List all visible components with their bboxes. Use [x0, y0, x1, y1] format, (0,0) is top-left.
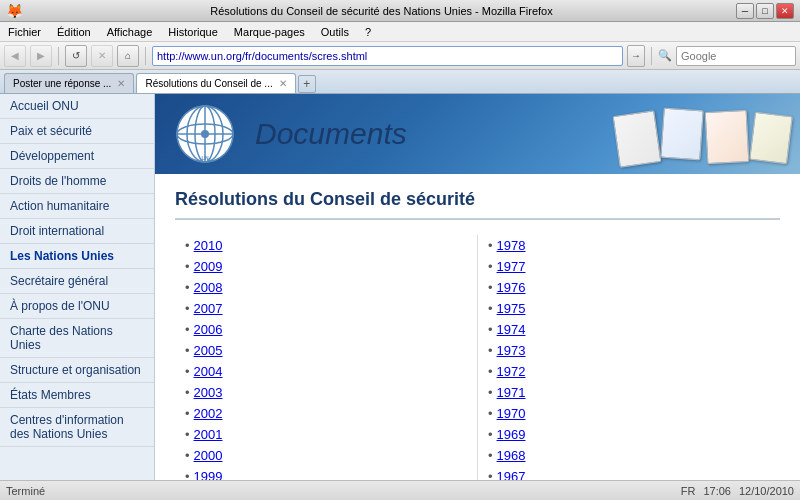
- list-item: •1973: [488, 340, 770, 361]
- list-item: •2002: [185, 403, 467, 424]
- page-title: Résolutions du Conseil de sécurité: [175, 189, 780, 220]
- list-item: •1968: [488, 445, 770, 466]
- list-item: •1971: [488, 382, 770, 403]
- year-link-2010[interactable]: 2010: [194, 238, 223, 253]
- sidebar-item-etats[interactable]: États Membres: [0, 383, 154, 408]
- list-item: •1969: [488, 424, 770, 445]
- year-link-1968[interactable]: 1968: [497, 448, 526, 463]
- list-item: •2003: [185, 382, 467, 403]
- list-item: •2010: [185, 235, 467, 256]
- list-item: •1999: [185, 466, 467, 480]
- list-item: •1976: [488, 277, 770, 298]
- tab-bar: Poster une réponse ... ✕ Résolutions du …: [0, 70, 800, 94]
- status-bar: Terminé FR 17:06 12/10/2010: [0, 480, 800, 500]
- list-item: •1975: [488, 298, 770, 319]
- year-link-2009[interactable]: 2009: [194, 259, 223, 274]
- minimize-button[interactable]: ─: [736, 3, 754, 19]
- year-link-1970[interactable]: 1970: [497, 406, 526, 421]
- year-link-2000[interactable]: 2000: [194, 448, 223, 463]
- sidebar-item-structure[interactable]: Structure et organisation: [0, 358, 154, 383]
- year-link-1975[interactable]: 1975: [497, 301, 526, 316]
- status-lang: FR: [681, 485, 696, 497]
- menu-item-outils[interactable]: Outils: [317, 25, 353, 39]
- year-link-1973[interactable]: 1973: [497, 343, 526, 358]
- years-column-left: •2010 •2009 •2008 •2007 •2006 •2005 •200…: [175, 235, 478, 480]
- year-link-1978[interactable]: 1978: [497, 238, 526, 253]
- year-link-2005[interactable]: 2005: [194, 343, 223, 358]
- menu-item-fichier[interactable]: Fichier: [4, 25, 45, 39]
- year-link-2008[interactable]: 2008: [194, 280, 223, 295]
- address-go-button[interactable]: →: [627, 45, 645, 67]
- sidebar-item-nations[interactable]: Les Nations Unies: [0, 244, 154, 269]
- search-input[interactable]: [676, 46, 796, 66]
- status-date: 12/10/2010: [739, 485, 794, 497]
- year-link-1972[interactable]: 1972: [497, 364, 526, 379]
- year-link-1999[interactable]: 1999: [194, 469, 223, 480]
- tab-0[interactable]: Poster une réponse ... ✕: [4, 73, 134, 93]
- year-link-2002[interactable]: 2002: [194, 406, 223, 421]
- years-grid: •2010 •2009 •2008 •2007 •2006 •2005 •200…: [175, 235, 780, 480]
- year-link-2004[interactable]: 2004: [194, 364, 223, 379]
- year-link-2006[interactable]: 2006: [194, 322, 223, 337]
- svg-point-7: [201, 130, 209, 138]
- menu-item-historique[interactable]: Historique: [164, 25, 222, 39]
- address-input[interactable]: [152, 46, 623, 66]
- tab-1-label: Résolutions du Conseil de ...: [145, 78, 272, 89]
- header-title: Documents: [255, 117, 407, 151]
- sidebar-item-accueil[interactable]: Accueil ONU: [0, 94, 154, 119]
- doc-card-3: [705, 109, 750, 163]
- year-link-1967[interactable]: 1967: [497, 469, 526, 480]
- sidebar-item-charte[interactable]: Charte des Nations Unies: [0, 319, 154, 358]
- menu-item-édition[interactable]: Édition: [53, 25, 95, 39]
- years-column-right: •1978 •1977 •1976 •1975 •1974 •1973 •197…: [478, 235, 780, 480]
- list-item: •2004: [185, 361, 467, 382]
- year-link-1974[interactable]: 1974: [497, 322, 526, 337]
- year-link-2001[interactable]: 2001: [194, 427, 223, 442]
- list-item: •1974: [488, 319, 770, 340]
- status-time: 17:06: [703, 485, 731, 497]
- toolbar-separator-3: [651, 47, 652, 65]
- sidebar-item-paix[interactable]: Paix et sécurité: [0, 119, 154, 144]
- search-engine-label: 🔍: [658, 49, 672, 62]
- year-link-1976[interactable]: 1976: [497, 280, 526, 295]
- tab-0-close[interactable]: ✕: [117, 78, 125, 89]
- tab-1-close[interactable]: ✕: [279, 78, 287, 89]
- list-item: •2001: [185, 424, 467, 445]
- sidebar-item-sec[interactable]: Secrétaire général: [0, 269, 154, 294]
- menu-item-marque-pages[interactable]: Marque-pages: [230, 25, 309, 39]
- menu-bar: FichierÉditionAffichageHistoriqueMarque-…: [0, 22, 800, 42]
- svg-text:UN: UN: [201, 155, 209, 161]
- forward-button[interactable]: ▶: [30, 45, 52, 67]
- home-button[interactable]: ⌂: [117, 45, 139, 67]
- content-area: UN Documents Résolutions du Conseil de s…: [155, 94, 800, 480]
- window-controls: ─ □ ✕: [736, 3, 794, 19]
- sidebar-item-action[interactable]: Action humanitaire: [0, 194, 154, 219]
- stop-button[interactable]: ✕: [91, 45, 113, 67]
- list-item: •2006: [185, 319, 467, 340]
- doc-card-2: [660, 108, 703, 161]
- menu-item-affichage[interactable]: Affichage: [103, 25, 157, 39]
- title-bar: 🦊 Résolutions du Conseil de sécurité des…: [0, 0, 800, 22]
- year-link-2003[interactable]: 2003: [194, 385, 223, 400]
- sidebar-item-apropos[interactable]: À propos de l'ONU: [0, 294, 154, 319]
- firefox-icon: 🦊: [6, 3, 23, 19]
- menu-item-?[interactable]: ?: [361, 25, 375, 39]
- sidebar-item-centres[interactable]: Centres d'information des Nations Unies: [0, 408, 154, 447]
- year-link-1969[interactable]: 1969: [497, 427, 526, 442]
- doc-card-1: [613, 110, 662, 167]
- year-link-1977[interactable]: 1977: [497, 259, 526, 274]
- back-button[interactable]: ◀: [4, 45, 26, 67]
- maximize-button[interactable]: □: [756, 3, 774, 19]
- tab-1[interactable]: Résolutions du Conseil de ... ✕: [136, 73, 295, 93]
- main-layout: Accueil ONU Paix et sécurité Développeme…: [0, 94, 800, 480]
- list-item: •1972: [488, 361, 770, 382]
- sidebar-item-dev[interactable]: Développement: [0, 144, 154, 169]
- year-link-2007[interactable]: 2007: [194, 301, 223, 316]
- year-link-1971[interactable]: 1971: [497, 385, 526, 400]
- reload-button[interactable]: ↺: [65, 45, 87, 67]
- close-button[interactable]: ✕: [776, 3, 794, 19]
- sidebar-item-droit[interactable]: Droit international: [0, 219, 154, 244]
- list-item: •2009: [185, 256, 467, 277]
- sidebar-item-droits[interactable]: Droits de l'homme: [0, 169, 154, 194]
- new-tab-button[interactable]: +: [298, 75, 316, 93]
